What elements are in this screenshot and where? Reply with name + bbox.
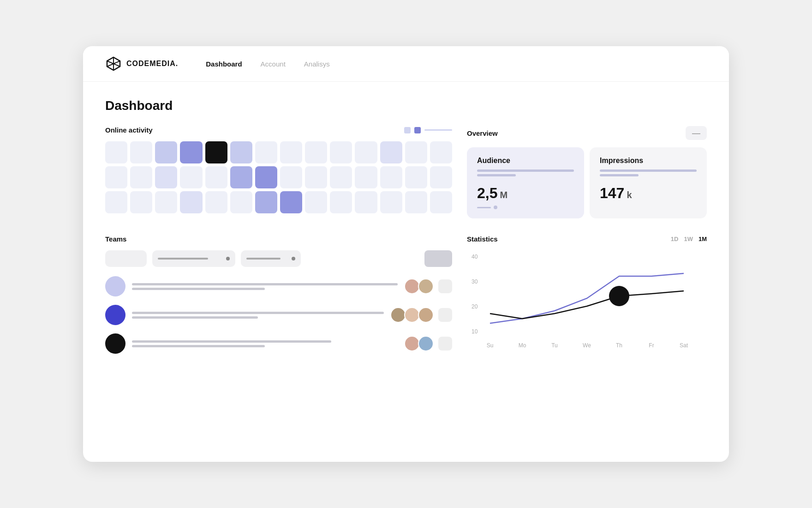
period-1w[interactable]: 1W: [684, 236, 693, 242]
activity-cell-2-0: [105, 191, 127, 213]
overview-menu-button[interactable]: —: [686, 126, 707, 140]
app-window: CODEMEDIA. Dashboard Account Analisys Da…: [83, 46, 729, 462]
svg-text:40: 40: [472, 254, 478, 260]
period-1d[interactable]: 1D: [671, 236, 679, 242]
activity-cell-1-6: [255, 166, 277, 188]
activity-cell-2-12: [405, 191, 427, 213]
svg-text:Su: Su: [487, 342, 494, 349]
black-series: [490, 291, 684, 319]
members-more-btn-3[interactable]: [438, 337, 452, 351]
members-more-btn-2[interactable]: [438, 308, 452, 322]
period-1m[interactable]: 1M: [699, 236, 707, 242]
team-row-2: [105, 305, 452, 325]
main-nav: Dashboard Account Analisys: [206, 60, 329, 68]
line-indicator: [424, 129, 452, 131]
impressions-line-2: [600, 174, 639, 176]
statistics-section: Statistics 1D 1W 1M 40 30 20 10: [467, 235, 707, 362]
activity-cell-0-13: [430, 141, 452, 163]
activity-cell-0-0: [105, 141, 127, 163]
activity-cell-2-2: [155, 191, 177, 213]
member-avatar-2-3: [418, 307, 434, 323]
activity-controls: [404, 127, 452, 133]
toolbar-item-2[interactable]: [152, 250, 235, 267]
online-activity-section: Online activity: [105, 126, 452, 218]
toolbar-item-3[interactable]: [241, 250, 301, 267]
logo-text: CODEMEDIA.: [126, 60, 178, 68]
activity-cell-0-3: [180, 141, 202, 163]
members-more-btn-1[interactable]: [438, 279, 452, 293]
member-avatar-1-1: [404, 278, 420, 294]
activity-cell-2-6: [255, 191, 277, 213]
svg-text:Mo: Mo: [519, 342, 526, 349]
activity-cell-0-12: [405, 141, 427, 163]
team-row-1: [105, 276, 452, 296]
activity-header: Online activity: [105, 126, 452, 134]
activity-cell-1-3: [180, 166, 202, 188]
audience-bottom: [477, 206, 574, 209]
svg-text:Sat: Sat: [680, 342, 688, 349]
overview-section: Overview — Audience 2,5 M: [467, 126, 707, 218]
activity-cell-2-13: [430, 191, 452, 213]
stats-title: Statistics: [467, 235, 498, 243]
team-name-bar-2: [132, 312, 384, 314]
activity-cell-1-8: [305, 166, 327, 188]
member-avatar-3-2: [418, 336, 434, 351]
activity-cell-2-7: [280, 191, 302, 213]
svg-text:10: 10: [472, 328, 478, 335]
member-avatar-3-1: [404, 336, 420, 351]
impressions-line-1: [600, 169, 697, 172]
svg-text:20: 20: [472, 303, 478, 310]
overview-title: Overview: [467, 129, 498, 137]
teams-section: Teams: [105, 235, 452, 362]
activity-cell-0-10: [355, 141, 377, 163]
nav-analisys[interactable]: Analisys: [304, 60, 330, 68]
audience-value: 2,5 M: [477, 185, 574, 202]
toolbar-item-1[interactable]: [105, 250, 147, 267]
activity-cell-2-10: [355, 191, 377, 213]
team-name-bar-3: [132, 340, 331, 343]
activity-cell-2-4: [205, 191, 227, 213]
svg-text:Th: Th: [616, 342, 622, 349]
bottom-row: Teams: [105, 235, 707, 362]
activity-cell-1-13: [430, 166, 452, 188]
header: CODEMEDIA. Dashboard Account Analisys: [83, 46, 729, 82]
stats-header: Statistics 1D 1W 1M: [467, 235, 707, 243]
activity-cell-2-1: [130, 191, 152, 213]
activity-cell-1-4: [205, 166, 227, 188]
activity-cell-1-9: [330, 166, 352, 188]
statistics-chart: 40 30 20 10: [467, 250, 707, 361]
highlight-dot: [609, 286, 629, 306]
team-info-2: [132, 312, 384, 319]
toolbar-action-btn[interactable]: [424, 250, 452, 267]
member-avatar-2-2: [404, 307, 420, 323]
page-title: Dashboard: [105, 98, 707, 113]
teams-toolbar: [105, 250, 452, 267]
audience-label: Audience: [477, 157, 574, 165]
impressions-lines: [600, 169, 697, 176]
activity-cell-1-5: [230, 166, 252, 188]
overview-header: Overview —: [467, 126, 707, 140]
top-row: Online activity Overview —: [105, 126, 707, 218]
impressions-card: Impressions 147 k: [590, 147, 707, 218]
team-avatar-1: [105, 276, 125, 296]
member-avatar-1-2: [418, 278, 434, 294]
team-sub-bar-1: [132, 288, 265, 290]
toolbar-dot-2: [226, 257, 230, 260]
svg-text:30: 30: [472, 278, 478, 285]
activity-cell-1-10: [355, 166, 377, 188]
activity-cell-2-5: [230, 191, 252, 213]
nav-account[interactable]: Account: [261, 60, 286, 68]
toolbar-dot-3: [292, 257, 295, 260]
activity-cell-2-3: [180, 191, 202, 213]
overview-cards: Audience 2,5 M: [467, 147, 707, 218]
nav-dashboard[interactable]: Dashboard: [206, 60, 242, 68]
team-members-3: [404, 336, 452, 351]
svg-text:Tu: Tu: [551, 342, 558, 349]
activity-cell-2-8: [305, 191, 327, 213]
activity-cell-1-12: [405, 166, 427, 188]
team-avatar-2: [105, 305, 125, 325]
activity-cell-1-7: [280, 166, 302, 188]
teams-title: Teams: [105, 235, 126, 243]
activity-cell-0-9: [330, 141, 352, 163]
activity-title: Online activity: [105, 126, 153, 134]
